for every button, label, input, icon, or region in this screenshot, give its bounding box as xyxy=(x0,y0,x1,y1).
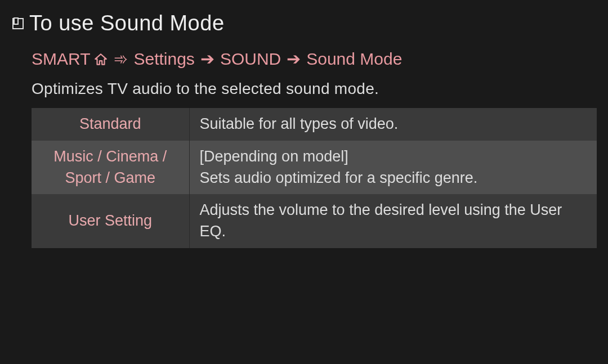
table-row: Music / Cinema / Sport / Game [Depending… xyxy=(32,141,597,195)
breadcrumb-smart: SMART xyxy=(32,50,90,69)
bookmark-icon xyxy=(11,17,25,30)
mode-description: Suitable for all types of video. xyxy=(189,108,597,141)
mode-name: Music / Cinema / Sport / Game xyxy=(32,141,189,195)
mode-description: Adjusts the volume to the desired level … xyxy=(189,194,597,248)
page-title: To use Sound Mode xyxy=(29,11,225,35)
arrow-icon: ➾ xyxy=(114,49,128,69)
arrow-icon: ➔ xyxy=(287,49,301,69)
sound-modes-table: Standard Suitable for all types of video… xyxy=(32,108,597,248)
table-row: User Setting Adjusts the volume to the d… xyxy=(32,194,597,248)
breadcrumb-settings: Settings xyxy=(133,50,194,69)
mode-name: User Setting xyxy=(32,194,189,248)
table-row: Standard Suitable for all types of video… xyxy=(32,108,597,141)
description-text: Optimizes TV audio to the selected sound… xyxy=(32,80,597,98)
mode-description: [Depending on model] Sets audio optimize… xyxy=(189,141,597,195)
page-title-row: To use Sound Mode xyxy=(11,11,597,35)
svg-rect-1 xyxy=(14,18,18,24)
breadcrumb-sound-mode: Sound Mode xyxy=(306,50,402,69)
home-icon xyxy=(93,52,108,66)
mode-name: Standard xyxy=(32,108,189,141)
breadcrumb-sound: SOUND xyxy=(220,50,281,69)
breadcrumb: SMART ➾ Settings ➔ SOUND ➔ Sound Mode xyxy=(32,49,597,69)
arrow-icon: ➔ xyxy=(200,49,214,69)
